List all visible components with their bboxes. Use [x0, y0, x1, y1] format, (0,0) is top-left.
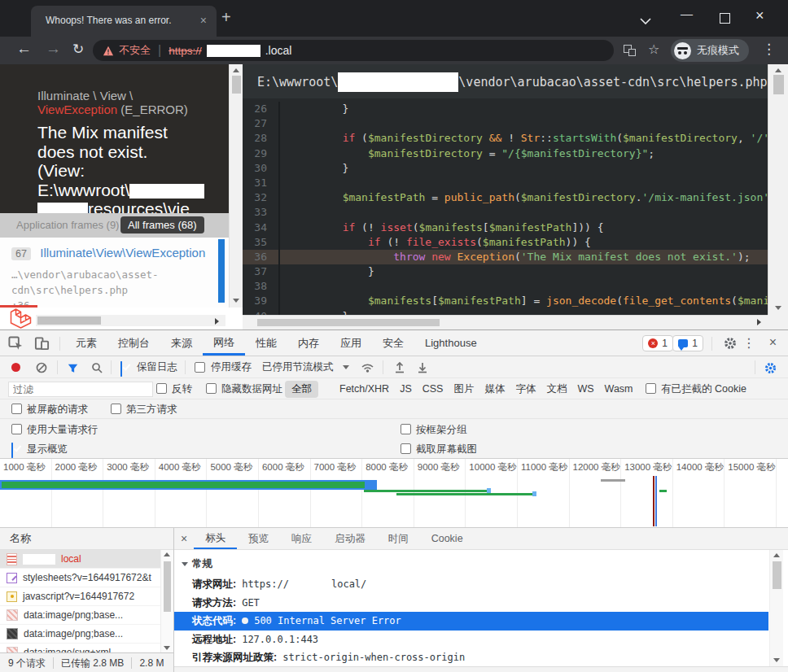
devtools-tab-memory[interactable]: 内存	[287, 331, 330, 356]
devtools-menu-icon[interactable]: ⋮	[742, 335, 755, 351]
request-list-scrollbar[interactable]	[160, 550, 173, 652]
group-by-frame-label[interactable]: 按框架分组	[416, 423, 467, 437]
blocked-cookies-checkbox[interactable]	[646, 383, 656, 394]
bookmark-star-icon[interactable]: ☆	[648, 41, 659, 57]
third-party-label[interactable]: 第三方请求	[126, 403, 177, 417]
third-party-checkbox[interactable]	[111, 404, 121, 414]
scrollbar-thumb[interactable]	[257, 319, 440, 326]
request-row[interactable]: data:image/svg+xml...	[0, 644, 173, 652]
filter-input[interactable]	[8, 382, 153, 397]
request-row[interactable]: data:image/png;base...	[0, 606, 173, 625]
scrollbar-thumb[interactable]	[232, 76, 241, 94]
details-tab-启动器[interactable]: 启动器	[323, 528, 377, 549]
code-horizontal-scrollbar[interactable]	[243, 315, 768, 329]
devtools-tab-sources[interactable]: 来源	[160, 331, 203, 356]
details-scrollbar[interactable]	[769, 550, 783, 666]
scrollbar-thumb[interactable]	[773, 75, 784, 94]
details-close-icon[interactable]: ×	[181, 532, 187, 545]
scrollbar-thumb[interactable]	[773, 561, 781, 589]
filter-type-图片[interactable]: 图片	[453, 382, 474, 396]
scroll-down-arrow-icon[interactable]	[233, 299, 239, 303]
invert-label[interactable]: 反转	[172, 378, 192, 399]
console-message-badge[interactable]: 1	[672, 335, 703, 351]
filter-type-字体[interactable]: 字体	[515, 382, 536, 396]
error-count-badge[interactable]: × 1	[642, 335, 673, 351]
devtools-tab-security[interactable]: 安全	[372, 331, 414, 356]
show-overview-label[interactable]: 显示概览	[27, 443, 68, 456]
filter-type-CSS[interactable]: CSS	[422, 383, 444, 395]
tab-search-chevron-icon[interactable]	[640, 13, 651, 28]
new-tab-button[interactable]: +	[221, 8, 231, 27]
filter-type-文档[interactable]: 文档	[546, 382, 567, 396]
request-row[interactable]: stylesheets?v=1644917672&t	[0, 569, 173, 587]
blocked-requests-checkbox[interactable]	[11, 404, 22, 414]
network-settings-gear-icon[interactable]	[764, 361, 777, 378]
preserve-log-checkbox[interactable]	[120, 361, 122, 377]
device-toolbar-icon[interactable]	[34, 336, 50, 355]
filter-type-JS[interactable]: JS	[400, 383, 412, 395]
show-overview-checkbox[interactable]	[11, 443, 13, 458]
scroll-right-arrow-icon[interactable]	[757, 319, 761, 325]
devtools-tab-lighthouse[interactable]: Lighthouse	[414, 331, 488, 356]
devtools-tab-elements[interactable]: 元素	[65, 331, 107, 356]
blocked-cookies-label[interactable]: 有已拦截的 Cookie	[661, 378, 746, 399]
scroll-down-arrow-icon[interactable]	[164, 646, 170, 650]
request-list-header[interactable]: 名称	[0, 528, 173, 550]
devtools-settings-gear-icon[interactable]	[723, 336, 738, 354]
details-tab-时间[interactable]: 时间	[377, 528, 420, 549]
network-conditions-icon[interactable]	[361, 361, 374, 377]
big-request-rows-label[interactable]: 使用大量请求行	[27, 423, 98, 437]
hide-data-urls-checkbox[interactable]	[206, 383, 217, 394]
scroll-right-arrow-icon[interactable]	[215, 318, 219, 325]
preserve-log-label[interactable]: 保留日志	[137, 356, 177, 378]
network-overview-timeline[interactable]: 1000 毫秒2000 毫秒3000 毫秒4000 毫秒5000 毫秒6000 …	[0, 459, 788, 528]
devtools-tab-console[interactable]: 控制台	[107, 331, 160, 356]
all-frames-button[interactable]: All frames (68)	[120, 216, 204, 233]
scrollbar-thumb[interactable]	[37, 316, 101, 325]
import-har-icon[interactable]	[394, 361, 405, 377]
scroll-down-arrow-icon[interactable]	[773, 658, 780, 662]
frames-horizontal-scrollbar[interactable]	[36, 315, 225, 326]
filter-type-全部[interactable]: 全部	[285, 381, 318, 398]
search-icon[interactable]	[91, 362, 103, 377]
hide-data-urls-label[interactable]: 隐藏数据网址	[221, 378, 282, 399]
filter-type-Fetch/XHR[interactable]: Fetch/XHR	[339, 383, 389, 395]
disable-cache-checkbox[interactable]	[195, 362, 205, 373]
scroll-down-arrow-icon[interactable]	[775, 306, 781, 310]
browser-menu-icon[interactable]: ⋮	[762, 41, 776, 58]
frame-list-scrollbar-thumb[interactable]	[218, 239, 225, 303]
scrollbar-thumb[interactable]	[164, 561, 171, 612]
filter-type-媒体[interactable]: 媒体	[484, 382, 505, 396]
back-button[interactable]: ←	[16, 40, 32, 58]
record-button[interactable]	[11, 363, 20, 372]
request-row[interactable]: data:image/png;base...	[0, 625, 173, 644]
clear-icon[interactable]	[36, 362, 47, 377]
throttling-dropdown[interactable]: 已停用节流模式	[262, 356, 334, 378]
request-row[interactable]: local	[0, 550, 173, 569]
scroll-up-arrow-icon[interactable]	[164, 552, 170, 556]
details-tab-预览[interactable]: 预览	[237, 528, 280, 549]
details-tab-Cookie[interactable]: Cookie	[420, 528, 475, 549]
scroll-up-arrow-icon[interactable]	[773, 553, 780, 557]
browser-tab[interactable]: Whoops! There was an error. ×	[31, 6, 217, 37]
blocked-requests-label[interactable]: 被屏蔽的请求	[27, 403, 88, 417]
frame-class-link[interactable]: Illuminate\View\ViewException	[40, 246, 205, 260]
filter-funnel-icon[interactable]	[67, 362, 79, 377]
devtools-tab-network[interactable]: 网络	[203, 331, 245, 356]
details-tab-标头[interactable]: 标头	[194, 528, 237, 549]
filter-type-WS[interactable]: WS	[577, 383, 593, 395]
request-row[interactable]: javascript?v=1644917672	[0, 587, 173, 606]
invert-checkbox[interactable]	[156, 383, 167, 394]
scroll-up-arrow-icon[interactable]	[233, 68, 239, 72]
reload-button[interactable]: ↻	[72, 41, 84, 58]
devtools-close-icon[interactable]: ×	[769, 335, 777, 350]
forward-button[interactable]: →	[46, 40, 61, 58]
frames-vertical-scrollbar[interactable]	[229, 64, 243, 308]
security-warning-label[interactable]: 不安全	[119, 43, 151, 58]
disable-cache-label[interactable]: 停用缓存	[211, 356, 252, 378]
general-section-header[interactable]: 常规	[174, 555, 788, 575]
group-by-frame-checkbox[interactable]	[401, 424, 411, 434]
capture-screenshots-checkbox[interactable]	[401, 443, 411, 454]
details-tab-响应[interactable]: 响应	[280, 528, 323, 549]
window-maximize-button[interactable]	[720, 13, 730, 24]
